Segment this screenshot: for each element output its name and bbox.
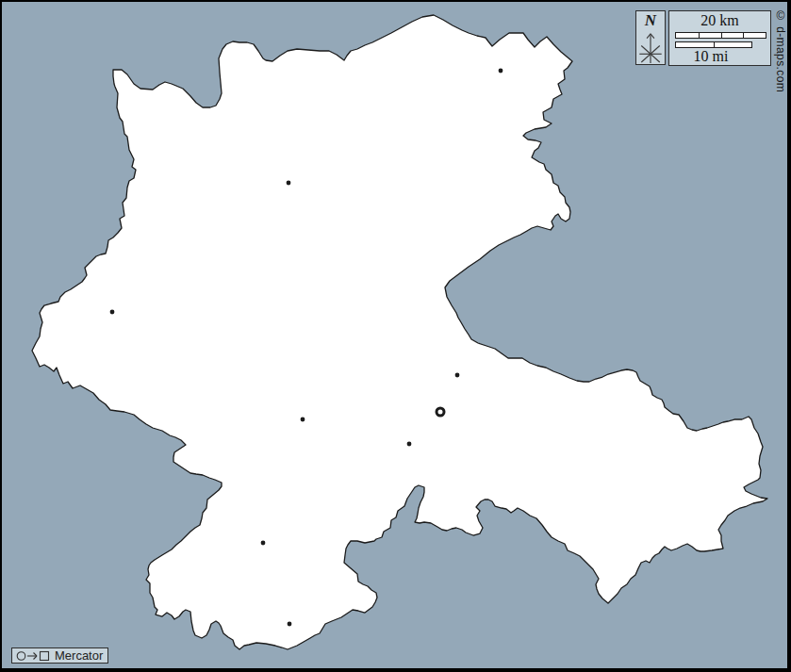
city-dot — [407, 442, 412, 447]
scale-tick — [721, 32, 722, 39]
scale-tick — [699, 32, 700, 39]
scale-mi-label: 10 mi — [669, 48, 752, 65]
projection-name: Mercator — [55, 648, 103, 663]
scale-km-bar — [675, 32, 766, 39]
scale-tick — [743, 32, 744, 39]
dmaps-credit: © d-maps.com — [774, 9, 787, 94]
north-label: N — [645, 12, 656, 29]
scale-km-label: 20 km — [669, 12, 770, 29]
city-dot — [499, 69, 503, 74]
scale-bar-panel: 20 km 10 mi — [668, 10, 771, 66]
projection-legend: Mercator — [11, 647, 108, 664]
projection-symbols — [16, 650, 52, 662]
scale-tick — [714, 41, 715, 48]
city-dot — [261, 541, 266, 546]
scale-mi-bar — [675, 41, 752, 48]
city-dot — [288, 622, 292, 627]
city-dot — [287, 181, 291, 186]
landmass-outline — [32, 15, 767, 649]
circle-icon — [17, 651, 25, 660]
city-dot — [301, 418, 305, 422]
map-svg — [2, 2, 787, 668]
city-dot — [455, 373, 460, 378]
city-dot — [110, 310, 115, 315]
right-arrow-icon — [27, 652, 37, 659]
compass-panel: N — [635, 10, 666, 65]
compass-rose-icon — [637, 29, 664, 64]
map-canvas: N 20 km 10 mi © d-maps.com — [0, 0, 791, 672]
square-icon — [41, 651, 49, 660]
